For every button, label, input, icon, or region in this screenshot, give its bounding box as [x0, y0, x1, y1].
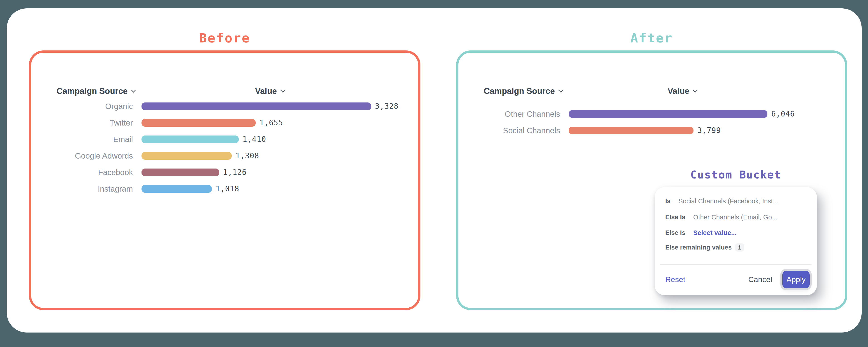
value-bar [142, 103, 371, 110]
reset-button[interactable]: Reset [665, 275, 685, 284]
value-bar [569, 127, 693, 134]
table-row: Google Adwords1,308 [31, 147, 418, 164]
bar-value-label: 3,799 [698, 126, 721, 135]
before-value-header-label: Value [255, 86, 277, 96]
row-label: Social Channels [458, 126, 560, 135]
before-table-rows: Organic3,328Twitter1,655Email1,410Google… [31, 98, 418, 197]
after-source-header[interactable]: Campaign Source [484, 86, 562, 96]
table-row: Facebook1,126 [31, 164, 418, 180]
after-value-header-label: Value [668, 86, 689, 96]
before-source-header-label: Campaign Source [57, 86, 128, 96]
condition-keyword: Is [665, 198, 671, 205]
after-table-rows: Other Channels6,046Social Channels3,799 [458, 106, 845, 139]
value-bar [142, 185, 212, 193]
table-row: Other Channels6,046 [458, 106, 845, 122]
chevron-down-icon[interactable] [693, 88, 698, 92]
select-value-link[interactable]: Select value... [693, 229, 737, 237]
table-row: Social Channels3,799 [458, 122, 845, 139]
chevron-down-icon[interactable] [131, 88, 135, 92]
table-row: Twitter1,655 [31, 114, 418, 131]
value-bar [569, 110, 767, 118]
row-label: Other Channels [458, 110, 560, 118]
apply-button[interactable]: Apply [782, 271, 810, 288]
bar-value-label: 1,655 [259, 118, 283, 127]
comparison-card: Before After Campaign Source Value Organ… [7, 8, 862, 332]
value-bar [142, 136, 239, 143]
info-icon[interactable]: i [735, 243, 744, 252]
bar-value-label: 3,328 [375, 102, 399, 111]
before-table-header: Campaign Source Value [31, 86, 418, 96]
value-bar [142, 119, 256, 127]
before-source-header[interactable]: Campaign Source [57, 86, 135, 96]
bucket-condition-row: Else remaining valuesi [665, 243, 744, 252]
dialog-divider [660, 264, 811, 265]
bar-value-label: 1,018 [216, 184, 239, 193]
row-label: Instagram [31, 184, 133, 194]
bar-value-label: 1,308 [236, 151, 259, 160]
before-title: Before [29, 30, 421, 46]
before-panel: Campaign Source Value Organic3,328Twitte… [29, 51, 421, 310]
row-label: Google Adwords [31, 151, 133, 161]
row-label: Twitter [31, 118, 133, 127]
condition-keyword: Else Is [665, 229, 685, 236]
bucket-condition-row: Else IsOther Channels (Email, Go... [665, 213, 777, 222]
condition-keyword: Else Is [665, 213, 685, 221]
bucket-condition-row: IsSocial Channels (Facebook, Inst... [665, 197, 778, 206]
row-label: Organic [31, 102, 133, 111]
bar-value-label: 1,126 [223, 168, 247, 177]
bar-value-label: 1,410 [243, 135, 266, 144]
after-source-header-label: Campaign Source [484, 86, 555, 96]
after-value-header[interactable]: Value [668, 86, 697, 96]
condition-value[interactable]: Other Channels (Email, Go... [693, 213, 777, 221]
row-label: Email [31, 135, 133, 144]
row-label: Facebook [31, 168, 133, 177]
after-title: After [456, 30, 847, 46]
before-value-header[interactable]: Value [255, 86, 284, 96]
chevron-down-icon[interactable] [558, 88, 563, 92]
cancel-button[interactable]: Cancel [748, 275, 772, 284]
custom-bucket-dialog: IsSocial Channels (Facebook, Inst...Else… [655, 187, 817, 295]
custom-bucket-title: Custom Bucket [655, 168, 817, 182]
bucket-condition-row: Else IsSelect value... [665, 228, 737, 237]
value-bar [142, 152, 232, 160]
table-row: Email1,410 [31, 131, 418, 147]
chevron-down-icon[interactable] [280, 88, 285, 92]
value-bar [142, 169, 219, 176]
bar-value-label: 6,046 [771, 110, 795, 118]
condition-value[interactable]: Social Channels (Facebook, Inst... [678, 198, 778, 205]
after-table-header: Campaign Source Value [458, 86, 845, 96]
condition-keyword: Else remaining values [665, 244, 732, 251]
table-row: Instagram1,018 [31, 180, 418, 197]
screenshot-stage: Before After Campaign Source Value Organ… [0, 0, 868, 347]
table-row: Organic3,328 [31, 98, 418, 114]
